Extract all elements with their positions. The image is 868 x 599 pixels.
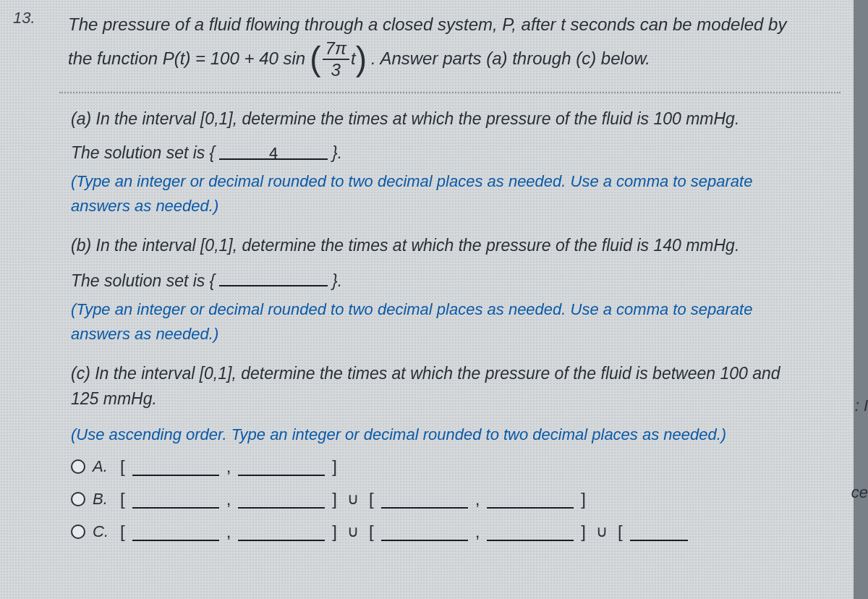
solution-prefix: The solution set is <box>71 268 205 294</box>
option-a-field-1[interactable] <box>132 457 219 476</box>
part-a-prompt: (a) In the interval [0,1], determine the… <box>71 106 812 132</box>
brace-open: { <box>209 140 215 166</box>
part-c-hint: (Use ascending order. Type an integer or… <box>71 422 812 447</box>
fraction: 7π 3 <box>323 40 349 79</box>
option-b-label: B. <box>93 487 113 511</box>
option-c-label: C. <box>93 519 113 544</box>
part-a-answer-field[interactable]: 4 <box>219 141 328 160</box>
rbracket-icon: ] <box>332 453 337 480</box>
option-a-label: A. <box>93 454 113 479</box>
comma-icon: , <box>475 518 480 545</box>
rbracket-icon: ] <box>332 485 337 512</box>
option-a-field-2[interactable] <box>238 457 325 476</box>
open-paren-icon: ( <box>310 46 320 72</box>
option-c-field-4[interactable] <box>487 522 574 541</box>
question-number: 13. <box>13 9 35 27</box>
option-b-field-2[interactable] <box>238 490 325 509</box>
question-stem: The pressure of a fluid flowing through … <box>68 10 841 79</box>
brace-open: { <box>209 268 215 294</box>
stem-line-1: The pressure of a fluid flowing through … <box>68 10 841 40</box>
option-b-field-1[interactable] <box>132 490 219 509</box>
multiple-choice-block: A. [ , ] B. [ , ] ∪ [ , ] <box>71 453 812 545</box>
stem-line-2: the function P(t) = 100 + 40 sin ( 7π 3 … <box>68 40 841 79</box>
lbracket-icon: [ <box>120 453 125 480</box>
part-b: (b) In the interval [0,1], determine the… <box>71 233 812 346</box>
part-c-prompt: (c) In the interval [0,1], determine the… <box>71 361 812 412</box>
lbracket-icon: [ <box>369 518 374 545</box>
option-c-field-3[interactable] <box>381 522 468 541</box>
comma-icon: , <box>226 485 231 512</box>
part-a-hint: (Type an integer or decimal rounded to t… <box>71 169 812 218</box>
option-b-field-4[interactable] <box>487 490 574 509</box>
divider <box>59 92 841 93</box>
fraction-variable: t <box>351 44 356 74</box>
lbracket-icon: [ <box>369 485 374 512</box>
part-a-solution-line: The solution set is { 4 }. <box>71 140 812 166</box>
part-a: (a) In the interval [0,1], determine the… <box>71 106 812 218</box>
fraction-numerator: 7π <box>323 40 349 60</box>
part-c: (c) In the interval [0,1], determine the… <box>71 361 812 545</box>
cropped-edge-text-2: ce <box>851 483 868 502</box>
option-c-row: C. [ , ] ∪ [ , ] ∪ [ <box>71 518 812 545</box>
rbracket-icon: ] <box>581 485 586 512</box>
cropped-edge-text-1: : I <box>855 396 868 415</box>
option-c-field-1[interactable] <box>132 522 219 541</box>
option-b-row: B. [ , ] ∪ [ , ] <box>71 485 812 512</box>
question-page: 13. The pressure of a fluid flowing thro… <box>0 0 854 599</box>
radio-c[interactable] <box>71 524 85 539</box>
part-b-answer-field[interactable] <box>219 268 328 286</box>
part-b-solution-line: The solution set is { }. <box>71 268 812 294</box>
rbracket-icon: ] <box>332 518 337 545</box>
union-icon: ∪ <box>344 519 362 544</box>
option-c-field-2[interactable] <box>238 522 325 541</box>
stem-func-prefix: the function P(t) = 100 + 40 sin <box>68 44 305 74</box>
union-icon: ∪ <box>593 519 610 544</box>
part-b-prompt: (b) In the interval [0,1], determine the… <box>71 233 812 259</box>
solution-prefix: The solution set is <box>71 140 205 166</box>
close-paren-icon: ) <box>356 46 367 72</box>
brace-close: }. <box>332 268 342 294</box>
option-c-field-5[interactable] <box>630 522 688 541</box>
lbracket-icon: [ <box>618 518 623 545</box>
radio-b[interactable] <box>71 492 85 506</box>
lbracket-icon: [ <box>120 518 125 545</box>
comma-icon: , <box>226 453 231 480</box>
option-a-row: A. [ , ] <box>71 453 812 480</box>
brace-close: }. <box>332 140 342 166</box>
radio-a[interactable] <box>71 459 85 474</box>
sin-argument: ( 7π 3 t ) <box>310 40 367 79</box>
lbracket-icon: [ <box>120 485 125 512</box>
comma-icon: , <box>475 485 480 512</box>
part-b-hint: (Type an integer or decimal rounded to t… <box>71 297 812 347</box>
comma-icon: , <box>226 518 231 545</box>
rbracket-icon: ] <box>581 518 586 545</box>
union-icon: ∪ <box>344 487 362 511</box>
stem-suffix: . Answer parts (a) through (c) below. <box>371 44 650 74</box>
fraction-denominator: 3 <box>331 60 341 79</box>
option-b-field-3[interactable] <box>381 490 468 509</box>
